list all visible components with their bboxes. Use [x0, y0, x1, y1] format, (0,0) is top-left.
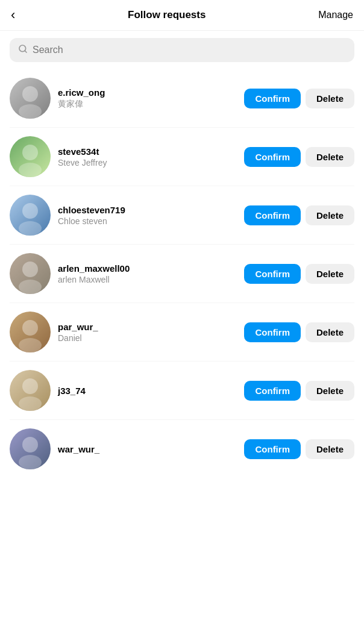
svg-point-14 — [22, 437, 38, 453]
search-icon — [18, 44, 28, 56]
request-list: e.ricw_ong 黄家偉 Confirm Delete steve534t … — [0, 69, 364, 478]
user-info: steve534t Steve Jeffrey — [58, 146, 237, 168]
svg-point-5 — [19, 163, 42, 177]
request-item: e.ricw_ong 黄家偉 Confirm Delete — [10, 69, 354, 128]
back-button[interactable]: ‹ — [11, 8, 15, 22]
delete-button[interactable]: Delete — [306, 381, 354, 401]
avatar — [10, 78, 51, 119]
actions: Confirm Delete — [244, 439, 354, 459]
user-info: e.ricw_ong 黄家偉 — [58, 87, 237, 110]
confirm-button[interactable]: Confirm — [244, 147, 301, 167]
avatar — [10, 370, 51, 411]
username: e.ricw_ong — [58, 87, 237, 98]
user-info: j33_74 — [58, 386, 237, 396]
svg-point-8 — [22, 262, 38, 277]
avatar — [10, 428, 51, 469]
svg-point-2 — [22, 86, 38, 102]
request-item: j33_74 Confirm Delete — [10, 362, 354, 420]
avatar — [10, 195, 51, 236]
user-info: war_wur_ — [58, 444, 237, 454]
search-input[interactable] — [33, 45, 346, 55]
confirm-button[interactable]: Confirm — [244, 322, 301, 342]
delete-button[interactable]: Delete — [306, 89, 354, 108]
svg-line-1 — [25, 51, 27, 52]
actions: Confirm Delete — [244, 89, 354, 108]
username: j33_74 — [58, 386, 237, 396]
confirm-button[interactable]: Confirm — [244, 205, 301, 225]
username: chloesteven719 — [58, 205, 237, 215]
delete-button[interactable]: Delete — [306, 264, 354, 284]
full-name: Daniel — [58, 333, 237, 343]
avatar — [10, 136, 51, 177]
username: par_wur_ — [58, 322, 237, 332]
user-info: arlen_maxwell00 arlen Maxwell — [58, 263, 237, 284]
username: arlen_maxwell00 — [58, 263, 237, 274]
request-item: arlen_maxwell00 arlen Maxwell Confirm De… — [10, 245, 354, 303]
delete-button[interactable]: Delete — [306, 439, 354, 459]
username: war_wur_ — [58, 444, 237, 454]
svg-point-6 — [22, 203, 38, 219]
actions: Confirm Delete — [244, 147, 354, 167]
request-item: par_wur_ Daniel Confirm Delete — [10, 303, 354, 362]
delete-button[interactable]: Delete — [306, 205, 354, 225]
search-container — [0, 31, 364, 69]
svg-point-11 — [19, 338, 42, 352]
actions: Confirm Delete — [244, 205, 354, 225]
confirm-button[interactable]: Confirm — [244, 264, 301, 284]
confirm-button[interactable]: Confirm — [244, 439, 301, 459]
full-name: arlen Maxwell — [58, 275, 237, 284]
svg-point-13 — [19, 396, 42, 411]
svg-point-4 — [22, 145, 38, 160]
actions: Confirm Delete — [244, 264, 354, 284]
svg-point-10 — [22, 320, 38, 336]
confirm-button[interactable]: Confirm — [244, 89, 301, 108]
confirm-button[interactable]: Confirm — [244, 381, 301, 401]
svg-point-3 — [19, 104, 42, 119]
request-item: steve534t Steve Jeffrey Confirm Delete — [10, 128, 354, 186]
username: steve534t — [58, 146, 237, 157]
header: ‹ Follow requests Manage — [0, 0, 364, 31]
delete-button[interactable]: Delete — [306, 322, 354, 342]
page-title: Follow requests — [128, 9, 206, 21]
full-name: Chloe steven — [58, 216, 237, 226]
avatar — [10, 312, 51, 352]
manage-button[interactable]: Manage — [318, 10, 353, 20]
svg-point-15 — [19, 455, 42, 469]
svg-point-12 — [22, 378, 38, 394]
user-info: chloesteven719 Chloe steven — [58, 205, 237, 226]
svg-point-7 — [19, 221, 42, 236]
actions: Confirm Delete — [244, 381, 354, 401]
actions: Confirm Delete — [244, 322, 354, 342]
full-name: Steve Jeffrey — [58, 158, 237, 168]
avatar — [10, 253, 51, 294]
user-info: par_wur_ Daniel — [58, 322, 237, 343]
request-item: chloesteven719 Chloe steven Confirm Dele… — [10, 186, 354, 245]
delete-button[interactable]: Delete — [306, 147, 354, 167]
search-bar — [10, 38, 354, 62]
full-name: 黄家偉 — [58, 99, 237, 110]
request-item: war_wur_ Confirm Delete — [10, 420, 354, 478]
svg-point-9 — [19, 280, 42, 294]
